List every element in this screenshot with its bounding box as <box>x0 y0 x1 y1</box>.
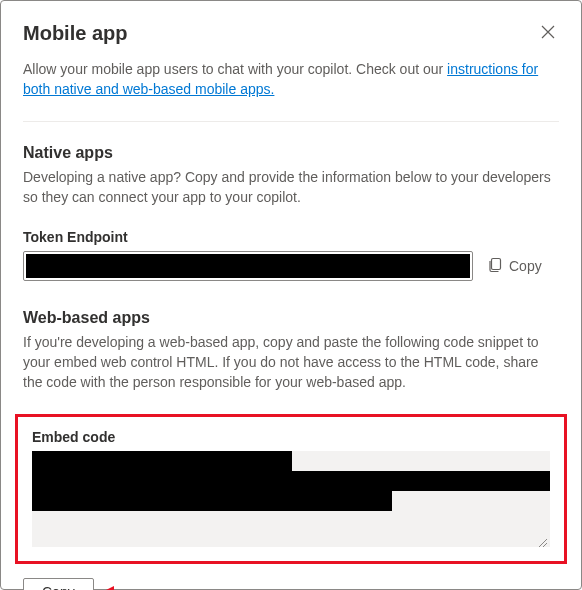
native-apps-desc: Developing a native app? Copy and provid… <box>23 168 559 207</box>
token-endpoint-input[interactable] <box>23 251 473 281</box>
copy-embed-button[interactable]: Copy <box>23 578 94 590</box>
intro-text: Allow your mobile app users to chat with… <box>23 60 559 99</box>
token-endpoint-label: Token Endpoint <box>23 229 559 245</box>
native-apps-heading: Native apps <box>23 144 559 162</box>
copy-token-label: Copy <box>509 258 542 274</box>
copy-icon <box>487 257 503 276</box>
svg-marker-2 <box>104 586 114 590</box>
embed-redacted-line <box>32 451 292 471</box>
web-apps-heading: Web-based apps <box>23 309 559 327</box>
close-button[interactable] <box>537 21 559 46</box>
panel-header: Mobile app <box>23 21 559 46</box>
divider <box>23 121 559 122</box>
intro-prefix: Allow your mobile app users to chat with… <box>23 61 447 77</box>
token-endpoint-redacted <box>26 254 470 278</box>
web-apps-desc: If you're developing a web-based app, co… <box>23 333 559 392</box>
mobile-app-panel: Mobile app Allow your mobile app users t… <box>0 0 582 590</box>
embed-code-label: Embed code <box>32 429 550 445</box>
close-icon <box>541 27 555 42</box>
copy-token-button[interactable]: Copy <box>487 257 542 276</box>
embed-redacted-line <box>32 471 550 491</box>
embed-code-textarea[interactable] <box>32 451 550 547</box>
resize-handle-icon[interactable] <box>538 535 548 545</box>
embed-highlight: Embed code <box>15 414 567 564</box>
svg-rect-0 <box>492 258 501 269</box>
embed-redacted-line <box>32 491 392 511</box>
copy-button-row: Copy <box>23 578 559 590</box>
panel-title: Mobile app <box>23 22 127 45</box>
token-endpoint-row: Copy <box>23 251 559 281</box>
arrow-annotation-icon <box>104 584 144 590</box>
